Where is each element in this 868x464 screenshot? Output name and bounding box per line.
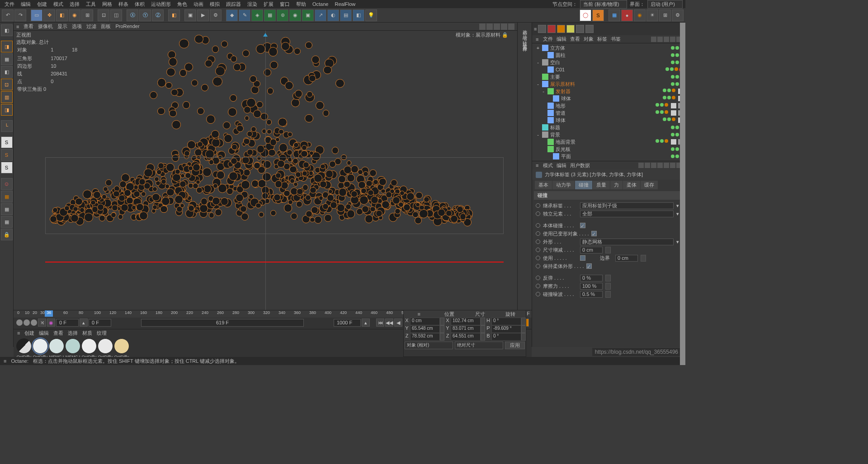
- cycle-button[interactable]: ◉: [47, 319, 55, 327]
- vpmenu-面板[interactable]: 面板: [101, 23, 111, 29]
- rp-icon-5[interactable]: [576, 25, 584, 33]
- spline-button[interactable]: ✎: [239, 9, 250, 21]
- menu-运动图形[interactable]: 运动图形: [148, 1, 174, 8]
- attr-field-独立元素[interactable]: 全部: [580, 211, 674, 217]
- vpmenu-ProRender[interactable]: ProRender: [115, 23, 139, 29]
- attrmenu-用户数据[interactable]: 用户数据: [570, 163, 590, 168]
- coord-Z-size[interactable]: 64.551 cm: [451, 333, 481, 341]
- octane-s-button[interactable]: S: [592, 9, 604, 21]
- move-button[interactable]: ✥: [43, 9, 55, 21]
- coord-X-size[interactable]: 102.74 cm: [451, 318, 481, 325]
- attr-check-本体碰撞[interactable]: ✓: [580, 223, 585, 228]
- tree-item-球体[interactable]: 球体: [534, 117, 684, 124]
- menu-创建[interactable]: 创建: [34, 1, 50, 8]
- vpmenu-过滤[interactable]: 过滤: [86, 23, 96, 29]
- rp-icon-1[interactable]: [538, 25, 546, 33]
- render-pv-button[interactable]: ▶: [197, 9, 209, 21]
- attr-tab-质量[interactable]: 质量: [593, 181, 610, 189]
- coord-mode-dropdown[interactable]: 对象 (相对): [405, 342, 453, 349]
- cube-button[interactable]: ◧: [168, 9, 180, 21]
- attr-radio[interactable]: [536, 239, 540, 244]
- start-frame-field[interactable]: 0 F: [56, 319, 79, 327]
- oct-2-button[interactable]: ●: [621, 9, 633, 21]
- snap-s3-button[interactable]: S: [1, 162, 13, 173]
- texture-mode-button[interactable]: ▦: [1, 53, 13, 65]
- deformer-button[interactable]: ▦: [264, 9, 276, 21]
- matmenu-材质[interactable]: 材质: [82, 330, 92, 336]
- tag-button[interactable]: ◧: [353, 9, 364, 21]
- menu-样条[interactable]: 样条: [116, 1, 131, 8]
- oct-4-button[interactable]: ☀: [646, 9, 658, 21]
- cur-frame-field2[interactable]: 0 F: [89, 319, 111, 327]
- attrmenu-模式[interactable]: 模式: [543, 163, 553, 168]
- y-axis-button[interactable]: Ⓨ: [139, 9, 151, 21]
- vp-hamburger-icon[interactable]: ≡: [16, 24, 19, 29]
- menu-跟踪器[interactable]: 跟踪器: [223, 1, 244, 8]
- coord-Y-pos[interactable]: 65.548 cm: [410, 325, 440, 333]
- menu-动画[interactable]: 动画: [191, 1, 206, 8]
- grid2-button[interactable]: ▦: [1, 216, 13, 228]
- attr-menubar[interactable]: ≡ 模式编辑用户数据: [532, 161, 685, 169]
- attr-radio[interactable]: [536, 223, 540, 228]
- shuffle-button[interactable]: ⤨: [38, 319, 46, 327]
- octane-logo-button[interactable]: ◯: [580, 9, 591, 21]
- vpmenu-查看[interactable]: 查看: [24, 23, 33, 29]
- tree-item-平面[interactable]: 平面: [534, 153, 684, 160]
- vpmenu-选项[interactable]: 选项: [72, 23, 82, 29]
- attr-radio[interactable]: [536, 292, 540, 296]
- attr-radio[interactable]: [536, 203, 540, 208]
- material-MSMC I[interactable]: MSMC I: [49, 338, 64, 359]
- vp-nav5-icon[interactable]: [508, 23, 514, 30]
- attr-tab-力[interactable]: 力: [610, 181, 623, 189]
- tree-item-背景[interactable]: -背景: [534, 131, 684, 138]
- coord-apply-button[interactable]: 应用: [505, 342, 525, 349]
- attr-spinner[interactable]: [605, 275, 611, 281]
- material-OctDiffu[interactable]: OctDiffu: [33, 338, 48, 359]
- object-manager-menubar[interactable]: ≡ 文件编辑查看对象标签书签: [532, 35, 685, 43]
- rp-icon-6[interactable]: [585, 25, 594, 33]
- edge-mode-button[interactable]: ▥: [1, 91, 13, 103]
- attr-field-反弹[interactable]: 0 %: [580, 275, 603, 281]
- attr-tab-基本[interactable]: 基本: [535, 181, 552, 189]
- snap-s1-button[interactable]: S: [1, 136, 13, 148]
- generator-button[interactable]: ◈: [251, 9, 263, 21]
- oct-1-button[interactable]: ▦: [609, 9, 620, 21]
- objmenu-查看[interactable]: 查看: [570, 36, 580, 42]
- poly-mode-button[interactable]: ◨: [1, 104, 13, 116]
- prev-frame-button[interactable]: ◀: [394, 319, 402, 327]
- menu-体积[interactable]: 体积: [132, 1, 147, 8]
- vpmenu-摄像机[interactable]: 摄像机: [38, 23, 53, 29]
- menu-模拟[interactable]: 模拟: [207, 1, 222, 8]
- rp-icon-2[interactable]: [547, 25, 556, 33]
- menu-渲染[interactable]: 渲染: [245, 1, 260, 8]
- matmenu-选择[interactable]: 选择: [68, 330, 78, 336]
- attr-tab-柔体[interactable]: 柔体: [623, 181, 640, 189]
- field-button[interactable]: ⊛: [277, 9, 288, 21]
- menu-文件[interactable]: 文件: [2, 1, 17, 8]
- tree-item-标题[interactable]: 标题: [534, 124, 684, 131]
- rp-icon-4[interactable]: [566, 25, 575, 33]
- camera-button[interactable]: ▣: [302, 9, 314, 21]
- attr-hamburger-icon[interactable]: ≡: [536, 163, 538, 168]
- attr-spinner[interactable]: [605, 247, 611, 253]
- attr-radio[interactable]: [536, 264, 540, 268]
- menu-扩展[interactable]: 扩展: [261, 1, 276, 8]
- attr-tab-动力学[interactable]: 动力学: [552, 181, 575, 189]
- tree-item-管道[interactable]: 管道: [534, 109, 684, 117]
- menu-工具[interactable]: 工具: [83, 1, 99, 8]
- make-editable-button[interactable]: ◧: [1, 24, 13, 36]
- coord-size-dropdown[interactable]: 绝对尺寸: [455, 342, 503, 349]
- timeline-playhead[interactable]: 36: [45, 310, 53, 317]
- vp-nav2-icon[interactable]: [486, 23, 493, 30]
- magnet-button[interactable]: ⊙: [1, 178, 13, 190]
- attr-field-外形[interactable]: 静态网格: [580, 239, 674, 245]
- tree-item-圆柱[interactable]: 圆柱: [534, 52, 684, 59]
- attr-radio[interactable]: [536, 231, 540, 236]
- attr-field-尺寸增减[interactable]: 0 cm: [580, 247, 603, 253]
- vp-nav4-icon[interactable]: [501, 23, 507, 30]
- oct-5-button[interactable]: ⊞: [659, 9, 671, 21]
- tree-item-地面背景[interactable]: 地面背景: [534, 138, 684, 145]
- lock-xyz-button[interactable]: ⊡: [98, 9, 109, 21]
- objmenu-文件[interactable]: 文件: [543, 36, 553, 42]
- workplane2-button[interactable]: ▦: [1, 191, 13, 202]
